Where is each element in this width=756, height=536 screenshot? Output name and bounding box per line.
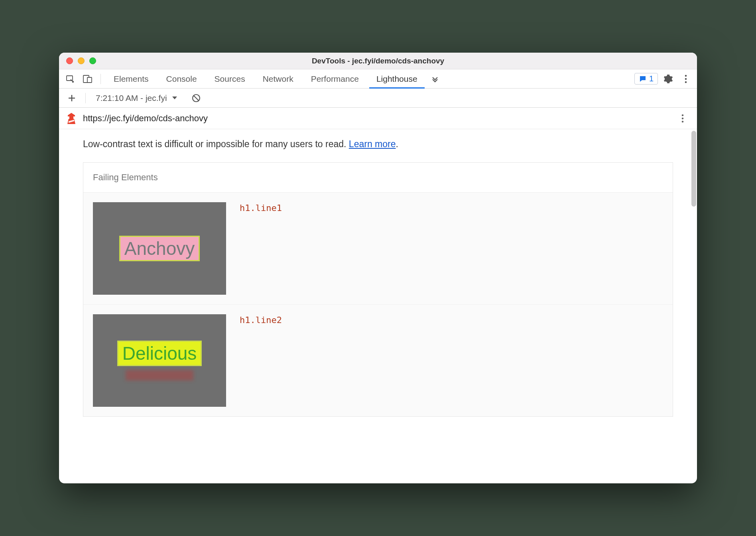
element-thumbnail: Delicious: [93, 314, 226, 407]
failing-element-row[interactable]: Anchovy h1.line1: [83, 193, 673, 305]
svg-point-5: [685, 81, 687, 83]
tab-console[interactable]: Console: [159, 69, 204, 89]
element-selector: h1.line1: [240, 202, 282, 295]
panel-tabs: Elements Console Sources Network Perform…: [59, 69, 697, 89]
failing-element-row[interactable]: Delicious h1.line2: [83, 305, 673, 416]
lighthouse-icon: [66, 112, 77, 124]
tab-lighthouse[interactable]: Lighthouse: [369, 69, 425, 89]
report-menu-icon[interactable]: [675, 111, 690, 126]
panel-title: Failing Elements: [83, 163, 673, 193]
svg-point-4: [685, 78, 687, 80]
svg-point-3: [685, 75, 687, 77]
add-report-icon[interactable]: [65, 91, 79, 105]
tab-sources[interactable]: Sources: [207, 69, 252, 89]
svg-point-10: [682, 120, 684, 122]
svg-rect-0: [67, 76, 73, 81]
kebab-menu-icon[interactable]: [679, 72, 693, 86]
report-content: Low-contrast text is difficult or imposs…: [59, 129, 697, 483]
divider: [85, 93, 86, 103]
svg-rect-7: [69, 116, 73, 119]
failing-elements-panel: Failing Elements Anchovy h1.line1 Delici…: [83, 162, 673, 417]
scrollbar-thumb[interactable]: [691, 131, 696, 207]
svg-point-8: [682, 114, 684, 116]
learn-more-link[interactable]: Learn more: [349, 139, 396, 149]
device-toolbar-icon[interactable]: [81, 72, 95, 86]
element-thumbnail: Anchovy: [93, 202, 226, 295]
devtools-window: DevTools - jec.fyi/demo/cds-anchovy Elem…: [59, 53, 697, 483]
svg-rect-2: [87, 77, 92, 83]
thumb-blur-strip: [126, 370, 193, 380]
report-url-row: https://jec.fyi/demo/cds-anchovy: [59, 108, 697, 129]
svg-point-9: [682, 117, 684, 119]
titlebar: DevTools - jec.fyi/demo/cds-anchovy: [59, 53, 697, 69]
more-tabs-icon[interactable]: [428, 72, 442, 86]
settings-icon[interactable]: [661, 72, 675, 86]
thumb-highlight-text: Delicious: [117, 341, 202, 366]
audit-summary: Low-contrast text is difficult or imposs…: [83, 139, 673, 150]
report-select-label: 7:21:10 AM - jec.fyi: [96, 93, 167, 103]
element-selector: h1.line2: [240, 314, 282, 407]
report-select[interactable]: 7:21:10 AM - jec.fyi: [92, 92, 181, 104]
thumb-highlight-text: Anchovy: [119, 236, 200, 261]
tab-elements[interactable]: Elements: [106, 69, 156, 89]
select-element-icon[interactable]: [63, 72, 77, 86]
clear-icon[interactable]: [189, 91, 203, 105]
tab-performance[interactable]: Performance: [304, 69, 366, 89]
window-title: DevTools - jec.fyi/demo/cds-anchovy: [59, 57, 697, 65]
lighthouse-toolbar: 7:21:10 AM - jec.fyi: [59, 89, 697, 108]
report-url: https://jec.fyi/demo/cds-anchovy: [83, 113, 208, 124]
tab-network[interactable]: Network: [256, 69, 301, 89]
issues-count: 1: [649, 74, 654, 83]
chevron-down-icon: [172, 96, 177, 100]
issues-badge[interactable]: 1: [634, 73, 658, 85]
summary-text: Low-contrast text is difficult or imposs…: [83, 139, 349, 149]
divider: [100, 74, 101, 84]
